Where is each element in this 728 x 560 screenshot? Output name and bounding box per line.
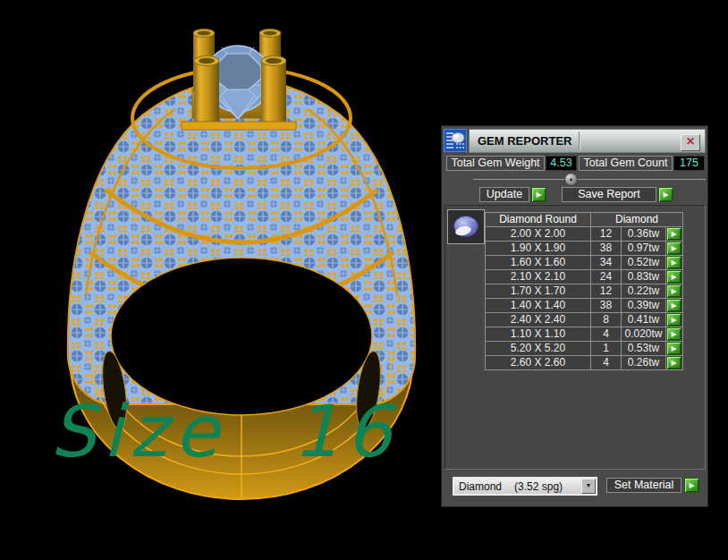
gem-thumbnail-image — [448, 210, 484, 243]
panel-title-text: GEM REPORTER — [478, 134, 571, 148]
gem-count: 1 — [591, 342, 622, 356]
gem-size: 2.60 X 2.60 — [486, 356, 591, 370]
prong-front-right — [261, 56, 286, 130]
gem-size: 2.10 X 2.10 — [486, 270, 591, 284]
material-dropdown[interactable]: Diamond (3.52 spg) ▼ — [453, 477, 597, 496]
column-header-diamond: Diamond — [591, 213, 683, 227]
table-row: 5.20 X 5.20 1 0.53tw ▶ — [486, 342, 683, 356]
select-gem-button[interactable]: ▶ — [666, 313, 681, 327]
go-arrow-icon: ▶ — [671, 301, 676, 310]
panel-title-bar[interactable]: GEM REPORTER ✕ — [444, 129, 706, 153]
table-row: 1.40 X 1.40 38 0.39tw ▶ — [486, 299, 683, 313]
gem-size: 1.40 X 1.40 — [486, 299, 591, 313]
table-row: 2.10 X 2.10 24 0.83tw ▶ — [486, 270, 683, 284]
save-report-button[interactable]: Save Report — [562, 187, 656, 202]
gem-weight: 0.22tw — [622, 284, 666, 299]
table-row: 2.40 X 2.40 8 0.41tw ▶ — [486, 313, 683, 327]
go-arrow-icon: ▶ — [663, 191, 668, 199]
go-arrow-icon: ▶ — [689, 481, 694, 489]
gem-weight: 0.26tw — [622, 356, 666, 370]
go-arrow-icon: ▶ — [671, 330, 676, 338]
gem-weight: 0.020tw — [622, 327, 666, 342]
gem-reporter-icon — [444, 129, 467, 152]
gem-weight: 0.53tw — [622, 342, 666, 356]
gem-table: Diamond Round Diamond 2.00 X 2.00 12 0.3… — [485, 212, 683, 370]
select-gem-button[interactable]: ▶ — [666, 256, 681, 269]
go-arrow-icon: ▶ — [671, 344, 676, 352]
table-row: 1.70 X 1.70 12 0.22tw ▶ — [486, 284, 683, 299]
select-gem-button[interactable]: ▶ — [666, 327, 681, 341]
gem-count: 38 — [591, 299, 622, 313]
gem-count: 24 — [591, 270, 622, 284]
gem-size: 5.20 X 5.20 — [486, 342, 591, 356]
center-setting — [182, 30, 296, 131]
gem-reporter-panel: GEM REPORTER ✕ Total Gem Weight 4.53 Tot… — [441, 125, 708, 507]
collapse-button[interactable]: ▲ — [564, 173, 578, 186]
go-arrow-icon: ▶ — [671, 316, 676, 324]
gem-weight: 0.97tw — [622, 242, 666, 256]
gem-weight: 0.39tw — [622, 299, 666, 313]
go-arrow-icon: ▶ — [536, 191, 541, 199]
gem-count: 38 — [591, 242, 622, 256]
gem-count: 12 — [591, 284, 622, 299]
material-name: Diamond — [459, 480, 502, 493]
close-icon: ✕ — [686, 135, 695, 148]
select-gem-button[interactable]: ▶ — [666, 299, 681, 312]
prong-front-left — [194, 56, 219, 130]
select-gem-button[interactable]: ▶ — [666, 284, 681, 298]
jewelry-cad-app: Size 16 GEM REPORTER ✕ — [0, 0, 728, 560]
table-header-row: Diamond Round Diamond — [486, 213, 683, 227]
gem-size: 2.40 X 2.40 — [486, 313, 591, 327]
select-gem-button[interactable]: ▶ — [666, 356, 681, 369]
total-gem-weight-label: Total Gem Weight — [446, 156, 545, 171]
table-row: 2.60 X 2.60 4 0.26tw ▶ — [486, 356, 683, 370]
go-arrow-icon: ▶ — [671, 287, 676, 295]
go-arrow-icon: ▶ — [671, 244, 676, 252]
size-annotation: Size 16 — [50, 390, 398, 473]
gem-size: 2.00 X 2.00 — [486, 227, 591, 242]
gem-count: 8 — [591, 313, 622, 327]
gem-size: 1.90 X 1.90 — [486, 242, 591, 256]
go-arrow-icon: ▶ — [671, 359, 676, 367]
select-gem-button[interactable]: ▶ — [666, 227, 681, 241]
table-row: 1.10 X 1.10 4 0.020tw ▶ — [486, 327, 683, 342]
gem-count: 4 — [591, 327, 622, 342]
gem-size: 1.10 X 1.10 — [486, 327, 591, 342]
select-gem-button[interactable]: ▶ — [666, 242, 681, 255]
collapse-arrow-icon: ▲ — [569, 176, 574, 182]
set-material-go-button[interactable]: ▶ — [684, 478, 699, 493]
select-gem-button[interactable]: ▶ — [666, 342, 681, 355]
gem-size: 1.70 X 1.70 — [486, 284, 591, 299]
go-arrow-icon: ▶ — [671, 259, 676, 267]
gem-weight: 0.36tw — [622, 227, 666, 242]
table-row: 1.90 X 1.90 38 0.97tw ▶ — [486, 242, 683, 256]
gem-size: 1.60 X 1.60 — [486, 256, 591, 270]
gem-count: 4 — [591, 356, 622, 370]
set-material-button[interactable]: Set Material — [606, 478, 681, 493]
dropdown-arrow-button[interactable]: ▼ — [581, 479, 596, 494]
update-button[interactable]: Update — [479, 187, 529, 202]
table-row: 1.60 X 1.60 34 0.52tw ▶ — [486, 256, 683, 270]
go-arrow-icon: ▶ — [671, 230, 676, 238]
close-button[interactable]: ✕ — [681, 134, 700, 151]
panel-title: GEM REPORTER ✕ — [469, 129, 706, 153]
gem-weight: 0.83tw — [622, 270, 666, 284]
gem-weight: 0.41tw — [622, 313, 666, 327]
material-density: (3.52 spg) — [514, 480, 563, 493]
save-report-go-button[interactable]: ▶ — [658, 187, 673, 202]
go-arrow-icon: ▶ — [671, 273, 676, 281]
total-gem-count-value: 175 — [673, 156, 705, 171]
update-go-button[interactable]: ▶ — [531, 187, 546, 202]
titlebar-divider — [579, 132, 580, 150]
table-row: 2.00 X 2.00 12 0.36tw ▶ — [486, 227, 683, 242]
gem-count: 12 — [591, 227, 622, 242]
column-header-size: Diamond Round — [486, 213, 591, 227]
total-gem-count-label: Total Gem Count — [579, 156, 673, 171]
total-gem-weight-value: 4.53 — [546, 156, 577, 171]
collapse-separator — [473, 179, 706, 180]
gem-thumbnail — [447, 209, 485, 244]
chevron-down-icon: ▼ — [586, 482, 592, 488]
gem-weight: 0.52tw — [622, 256, 666, 270]
select-gem-button[interactable]: ▶ — [666, 270, 681, 284]
gem-count: 34 — [591, 256, 622, 270]
